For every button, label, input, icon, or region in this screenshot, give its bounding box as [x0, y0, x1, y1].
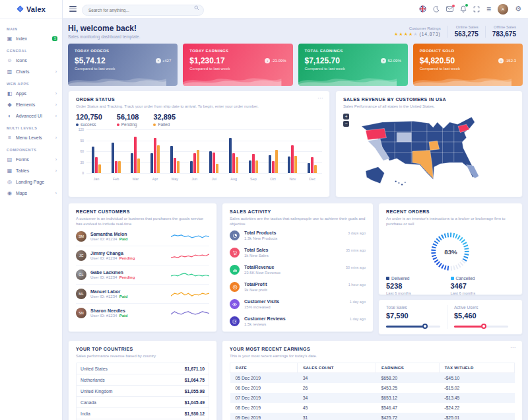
sidebar-item-landing-page[interactable]: ◎ Landing Page — [0, 176, 62, 188]
progress-slider[interactable] — [454, 324, 508, 329]
bar-group-mar[interactable] — [131, 129, 140, 173]
gauge-percent-label: 83% — [444, 248, 457, 256]
activity-row[interactable]: Total Products 1.3k New Products 3 days … — [230, 227, 366, 244]
wave-sparkline — [413, 74, 512, 86]
bar-group-feb[interactable] — [112, 129, 121, 173]
bar-group-jul[interactable] — [209, 129, 218, 173]
expand-icon[interactable] — [473, 6, 480, 13]
sidebar-item-index[interactable]: ▣ Index 1 — [0, 33, 62, 44]
stat-card-product-sold[interactable]: PRODUCT SOLD $4,820.50 ↓-152.3 Compared … — [413, 44, 523, 86]
bar-group-jun[interactable] — [190, 129, 199, 173]
slider-knob[interactable] — [422, 324, 428, 329]
recent-customers-card: RECENT CUSTOMERS A customer is an indivi… — [68, 203, 217, 332]
bar-success — [269, 155, 271, 174]
state-wyoming — [397, 133, 411, 142]
sidebar-item-advanced-ui[interactable]: ◐ Advanced UI › — [0, 110, 62, 122]
country-row[interactable]: Canada $1,045.49 — [77, 397, 209, 408]
country-row[interactable]: Netherlands $1,064.75 — [77, 374, 209, 386]
progress-slider[interactable] — [386, 324, 440, 329]
map-zoom-in-button[interactable]: + — [343, 114, 349, 120]
bar-success — [209, 151, 212, 173]
stat-card-today-earnings[interactable]: TODAY EARNINGS $1,230.17 ↓-23.09% Compar… — [183, 44, 292, 86]
earnings-row[interactable]: 09 Dec 2019 31 $425.72 -$25.01 — [230, 413, 515, 420]
activity-row[interactable]: Customer Reviews 1.5k reviews 1 day ago — [230, 313, 366, 330]
state-oregon — [366, 128, 386, 139]
bar-success — [308, 163, 310, 173]
bar-group-apr[interactable] — [150, 129, 160, 173]
customer-row[interactable]: SN Sharon Needles User ID: #1234 Paid — [76, 304, 209, 322]
activity-row[interactable]: Customer Visits 15% increased 1 day ago — [230, 296, 366, 313]
customer-row[interactable]: SM Samantha Melon User ID: #1234 Paid — [76, 227, 209, 246]
bar-group-jan[interactable] — [92, 129, 101, 173]
bar-group-sep[interactable] — [249, 129, 258, 173]
slider-knob[interactable] — [481, 324, 486, 329]
order-status-menu-button[interactable]: ⋯ — [317, 95, 323, 101]
bar-failed — [255, 160, 258, 174]
bar-group-nov[interactable] — [288, 129, 297, 173]
customer-ratings: Customer Ratings ★★★★★(14,873) — [387, 26, 447, 37]
user-avatar[interactable]: A — [498, 4, 508, 15]
moon-icon[interactable] — [433, 6, 440, 13]
wave-sparkline — [298, 74, 397, 86]
activity-time: 3 days ago — [348, 230, 366, 235]
earnings-row[interactable]: 07 Dec 2019 34 $653.12 -$13.45 — [230, 393, 515, 403]
earnings-row[interactable]: 05 Dec 2019 34 $658.20 -$45.10 — [230, 373, 515, 384]
bar-group-oct[interactable] — [269, 129, 278, 173]
chevron-right-icon: › — [55, 91, 57, 96]
activity-row[interactable]: $ TotalProfit 3k New profit 1 hour ago — [230, 279, 366, 296]
hamburger-icon[interactable] — [69, 5, 77, 13]
topbar-icons: ≡ A ⚙ — [419, 4, 521, 15]
sidebar-item-maps[interactable]: ◉ Maps › — [0, 188, 62, 199]
sidebar-item-tables[interactable]: ▦ Tables › — [0, 165, 62, 176]
stat-card-total-earnings[interactable]: TOTAL EARNINGS $7,125.70 ↑52.09% Compare… — [298, 44, 408, 86]
logo[interactable]: Valex — [0, 0, 62, 18]
delta-badge: ↑+427 — [156, 58, 172, 63]
country-row[interactable]: United Kingdom $1,055.98 — [77, 386, 209, 397]
sidebar-item-icons[interactable]: ☺ Icons — [0, 55, 62, 66]
customer-row[interactable]: GL Gabe Lackmen User ID: #1234 Pending — [76, 265, 209, 285]
bell-icon[interactable] — [460, 5, 467, 13]
country-row[interactable]: United States $1,671.10 — [77, 363, 209, 374]
bar-group-aug[interactable] — [229, 129, 238, 173]
sidebar-item-menu-levels[interactable]: ≡ Menu Levels › — [0, 132, 62, 143]
map-zoom-out-button[interactable]: − — [343, 121, 349, 127]
bar-failed — [197, 150, 199, 174]
flag-icon[interactable] — [419, 5, 426, 13]
bar-group-may[interactable] — [170, 129, 180, 173]
activity-row[interactable]: TotalRevenue 23.5K New Revenue 50 mins a… — [230, 262, 366, 279]
stat-card-today-orders[interactable]: TODAY ORDERS $5,74.12 ↑+427 Compared to … — [68, 44, 178, 86]
search-icon[interactable] — [194, 5, 199, 11]
search-input[interactable] — [82, 5, 204, 16]
sidebar-item-elements[interactable]: ◆ Elements › — [0, 99, 62, 110]
top-countries-card: YOUR TOP COUNTRIES Sales performance rev… — [68, 340, 217, 420]
usa-map[interactable] — [341, 115, 517, 193]
mail-icon[interactable] — [446, 6, 453, 12]
usa-map-title: SALES REVENUE BY CUSTOMERS IN USA — [343, 97, 515, 102]
down-arrow-icon: ↓ — [498, 58, 504, 63]
earnings-column-header: TAX WITHELD — [439, 363, 514, 373]
sidebar-item-forms[interactable]: ▤ Forms › — [0, 154, 62, 165]
bar-pending — [291, 145, 294, 174]
activity-row[interactable]: Total Sales 1k New Sales 35 mins ago — [230, 244, 366, 262]
up-arrow-icon: ↑ — [381, 58, 386, 63]
logo-text: Valex — [26, 5, 46, 13]
customer-row[interactable]: JC Jimmy Changa User ID: #1234 Pending — [76, 246, 209, 265]
delta-badge: ↓-23.09% — [265, 58, 286, 63]
bar-pending — [193, 153, 196, 173]
gear-icon[interactable]: ⚙ — [515, 5, 521, 13]
bar-failed — [314, 165, 317, 173]
stat-online-sales: Online Sales 563,275 — [448, 25, 485, 38]
sidebar-item-charts[interactable]: ▥ Charts › — [0, 66, 62, 77]
down-arrow-icon: ↓ — [265, 58, 270, 63]
bar-group-dec[interactable] — [308, 129, 317, 173]
review-icon — [230, 316, 240, 326]
activity-time: 35 mins ago — [346, 248, 366, 252]
sidebar-item-apps[interactable]: ◧ Apps › — [0, 88, 62, 99]
earnings-row[interactable]: 08 Dec 2019 45 $546.47 -$24.22 — [230, 403, 515, 413]
list-icon[interactable]: ≡ — [486, 5, 491, 13]
sidebar-item-icon: ◎ — [7, 179, 13, 185]
customer-row[interactable]: ML Manuel Labor User ID: #1234 Paid — [76, 285, 209, 304]
recent-earnings-menu-button[interactable]: ⋯ — [510, 345, 516, 351]
earnings-row[interactable]: 06 Dec 2019 26 $453.25 -$15.02 — [230, 383, 515, 393]
country-row[interactable]: India $1,930.12 — [77, 408, 209, 419]
